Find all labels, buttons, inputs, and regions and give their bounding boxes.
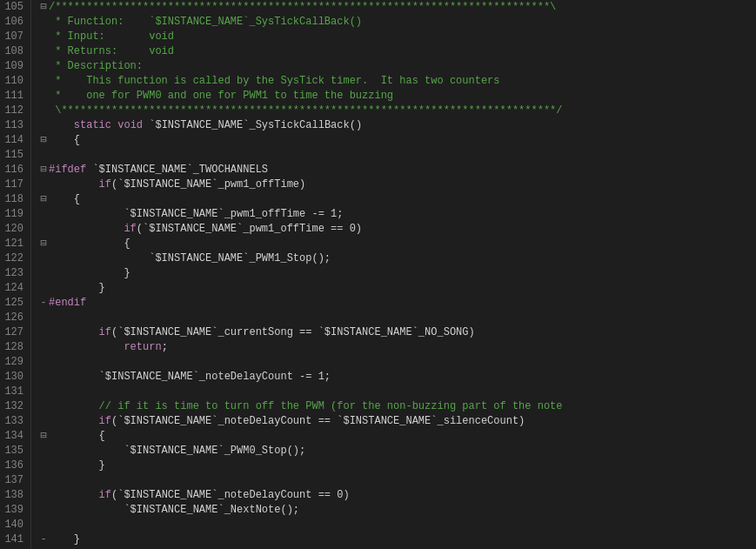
code-token: } — [49, 532, 80, 547]
line-number: 127 — [3, 325, 23, 340]
code-line: if(`$INSTANCE_NAME`_pwm1_offTime == 0) — [38, 222, 756, 237]
line-number: 130 — [3, 370, 23, 385]
line-number: 105 — [3, 0, 23, 15]
fold-indicator — [38, 148, 49, 163]
code-token: #endif — [49, 296, 86, 311]
fold-indicator — [38, 355, 49, 370]
code-token: * Returns: void — [49, 44, 174, 59]
code-line: * This function is called by the SysTick… — [38, 74, 756, 89]
code-token: `$INSTANCE_NAME`_NextNote(); — [49, 503, 299, 518]
code-token: // if it is time to turn off the PWM (fo… — [49, 399, 563, 414]
line-number: 137 — [3, 473, 23, 488]
fold-indicator[interactable]: - — [38, 296, 49, 311]
fold-indicator — [38, 399, 49, 414]
code-token: } — [49, 281, 105, 296]
code-token — [49, 325, 99, 340]
code-token: if — [99, 488, 111, 503]
code-token: (`$INSTANCE_NAME`_pwm1_offTime) — [111, 177, 305, 192]
line-number: 123 — [3, 266, 23, 281]
code-line: if(`$INSTANCE_NAME`_currentSong == `$INS… — [38, 325, 756, 340]
code-line: `$INSTANCE_NAME`_PWM0_Stop(); — [38, 444, 756, 459]
code-line: // if it is time to turn off the PWM (fo… — [38, 399, 756, 414]
code-line: * Function: `$INSTANCE_NAME`_SysTickCall… — [38, 15, 756, 30]
line-number: 141 — [3, 532, 23, 547]
fold-indicator[interactable]: - — [38, 532, 49, 547]
code-token: \***************************************… — [49, 104, 563, 118]
fold-indicator[interactable]: ⊟ — [38, 0, 49, 15]
fold-indicator[interactable]: ⊟ — [38, 429, 49, 444]
line-number: 138 — [3, 488, 23, 503]
line-number: 114 — [3, 133, 23, 148]
line-number: 109 — [3, 59, 23, 74]
fold-indicator — [38, 311, 49, 325]
fold-indicator — [38, 459, 49, 473]
code-token: * Description: — [49, 59, 143, 74]
code-line: * Description: — [38, 59, 756, 74]
code-line — [38, 473, 756, 488]
code-token — [49, 414, 99, 429]
code-line: `$INSTANCE_NAME`_NextNote(); — [38, 503, 756, 518]
fold-indicator — [38, 385, 49, 399]
line-number: 113 — [3, 118, 23, 133]
fold-indicator — [38, 414, 49, 429]
line-number: 119 — [3, 207, 23, 222]
fold-indicator — [38, 222, 49, 237]
fold-indicator — [38, 518, 49, 532]
fold-indicator — [38, 177, 49, 192]
code-line: - } — [38, 532, 756, 547]
code-line: * Returns: void — [38, 44, 756, 59]
line-number: 116 — [3, 163, 23, 177]
code-token: #ifdef — [49, 163, 86, 177]
code-token: void — [117, 118, 143, 133]
code-token: (`$INSTANCE_NAME`_noteDelayCount == `$IN… — [111, 414, 525, 429]
line-number: 108 — [3, 44, 23, 59]
line-number: 126 — [3, 311, 23, 325]
fold-indicator[interactable]: ⊟ — [38, 133, 49, 148]
fold-indicator — [38, 473, 49, 488]
line-number: 136 — [3, 459, 23, 473]
line-number: 121 — [3, 237, 23, 251]
code-line: } — [38, 281, 756, 296]
code-token: * one for PWM0 and one for PWM1 to time … — [49, 89, 393, 104]
line-number: 139 — [3, 503, 23, 518]
code-line: `$INSTANCE_NAME`_noteDelayCount -= 1; — [38, 370, 756, 385]
code-line: \***************************************… — [38, 104, 756, 118]
line-number: 106 — [3, 15, 23, 30]
line-number: 134 — [3, 429, 23, 444]
line-number: 132 — [3, 399, 23, 414]
line-number: 122 — [3, 251, 23, 266]
fold-indicator[interactable]: ⊟ — [38, 163, 49, 177]
line-number: 125 — [3, 296, 23, 311]
code-line: -#endif — [38, 296, 756, 311]
code-token: ; — [162, 340, 168, 355]
fold-indicator[interactable]: ⊟ — [38, 192, 49, 207]
code-token — [49, 488, 99, 503]
code-token: * Input: void — [49, 30, 174, 44]
fold-indicator — [38, 370, 49, 385]
fold-indicator — [38, 266, 49, 281]
code-line: if(`$INSTANCE_NAME`_noteDelayCount == 0) — [38, 488, 756, 503]
code-token: `$INSTANCE_NAME`_pwm1_offTime -= 1; — [49, 207, 343, 222]
code-token: if — [99, 325, 111, 340]
code-line: `$INSTANCE_NAME`_pwm1_offTime -= 1; — [38, 207, 756, 222]
code-token: static — [74, 118, 111, 133]
code-token: { — [49, 429, 105, 444]
code-line: static void `$INSTANCE_NAME`_SysTickCall… — [38, 118, 756, 133]
code-token: * Function: `$INSTANCE_NAME`_SysTickCall… — [49, 15, 362, 30]
line-number: 120 — [3, 222, 23, 237]
line-number: 111 — [3, 89, 23, 104]
code-token: * This function is called by the SysTick… — [49, 74, 499, 89]
line-number: 129 — [3, 355, 23, 370]
code-content[interactable]: ⊟/**************************************… — [31, 0, 756, 549]
code-line: ⊟ { — [38, 237, 756, 251]
line-number: 133 — [3, 414, 23, 429]
code-line: * one for PWM0 and one for PWM1 to time … — [38, 89, 756, 104]
code-line: if(`$INSTANCE_NAME`_pwm1_offTime) — [38, 177, 756, 192]
fold-indicator — [38, 325, 49, 340]
line-number: 117 — [3, 177, 23, 192]
code-token — [49, 118, 74, 133]
code-token: } — [49, 459, 105, 473]
fold-indicator[interactable]: ⊟ — [38, 237, 49, 251]
code-line: ⊟ { — [38, 429, 756, 444]
code-line — [38, 518, 756, 532]
